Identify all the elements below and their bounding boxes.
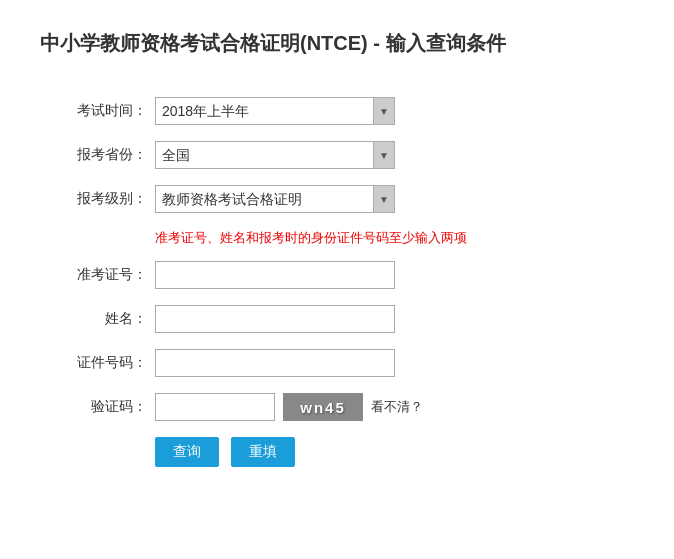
id-number-label: 证件号码 (57, 354, 147, 372)
validation-message: 准考证号、姓名和报考时的身份证件号码至少输入两项 (155, 229, 617, 247)
province-row: 报考省份 全国 北京 上海 广东 ▼ (57, 141, 617, 169)
province-label: 报考省份 (57, 146, 147, 164)
category-select[interactable]: 教师资格考试合格证明 幼儿园 小学 初中 (155, 185, 395, 213)
exam-id-input[interactable] (155, 261, 395, 289)
name-label: 姓名 (57, 310, 147, 328)
captcha-input[interactable] (155, 393, 275, 421)
province-select-wrapper: 全国 北京 上海 广东 ▼ (155, 141, 395, 169)
id-number-row: 证件号码 (57, 349, 617, 377)
category-select-wrapper: 教师资格考试合格证明 幼儿园 小学 初中 ▼ (155, 185, 395, 213)
id-number-input[interactable] (155, 349, 395, 377)
exam-time-row: 考试时间 2018年上半年 2017年下半年 2017年上半年 ▼ (57, 97, 617, 125)
exam-time-label: 考试时间 (57, 102, 147, 120)
form-wrapper: 考试时间 2018年上半年 2017年下半年 2017年上半年 ▼ 报考省份 全… (57, 97, 617, 467)
captcha-image[interactable]: wn45 (283, 393, 363, 421)
name-row: 姓名 (57, 305, 617, 333)
button-row: 查询 重填 (155, 437, 617, 467)
category-label: 报考级别 (57, 190, 147, 208)
category-row: 报考级别 教师资格考试合格证明 幼儿园 小学 初中 ▼ (57, 185, 617, 213)
reset-button[interactable]: 重填 (231, 437, 295, 467)
captcha-label: 验证码 (57, 398, 147, 416)
captcha-refresh[interactable]: 看不清？ (371, 398, 423, 416)
province-select[interactable]: 全国 北京 上海 广东 (155, 141, 395, 169)
exam-time-select[interactable]: 2018年上半年 2017年下半年 2017年上半年 (155, 97, 395, 125)
page-container: 中小学教师资格考试合格证明(NTCE) - 输入查询条件 考试时间 2018年上… (0, 0, 674, 559)
exam-id-label: 准考证号 (57, 266, 147, 284)
name-input[interactable] (155, 305, 395, 333)
exam-id-row: 准考证号 (57, 261, 617, 289)
exam-time-select-wrapper: 2018年上半年 2017年下半年 2017年上半年 ▼ (155, 97, 395, 125)
page-title: 中小学教师资格考试合格证明(NTCE) - 输入查询条件 (40, 30, 634, 67)
captcha-row: 验证码 wn45 看不清？ (57, 393, 617, 421)
query-button[interactable]: 查询 (155, 437, 219, 467)
